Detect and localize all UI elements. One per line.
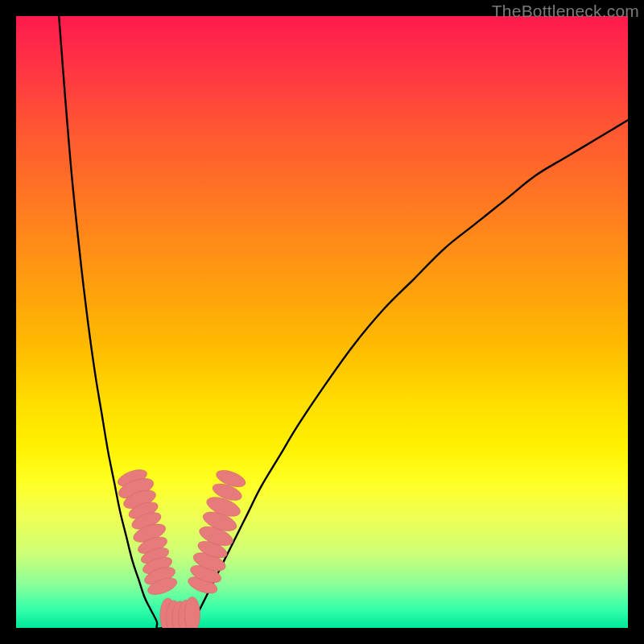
plot-area <box>16 16 628 628</box>
watermark-text: TheBottleneck.com <box>492 2 639 21</box>
chart-frame: TheBottleneck.com <box>0 0 644 644</box>
data-marker <box>184 597 200 628</box>
chart-svg-layer <box>16 16 628 628</box>
